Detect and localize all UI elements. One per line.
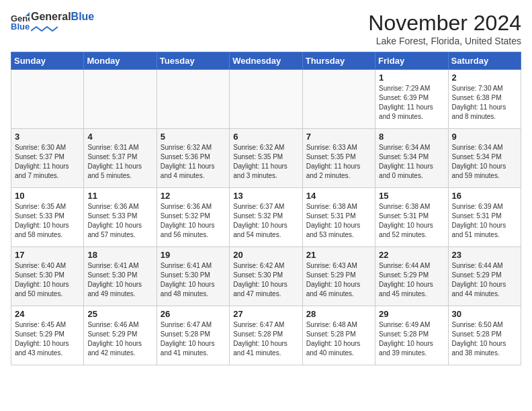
day-info: Sunrise: 6:41 AMSunset: 5:30 PMDaylight:… (161, 261, 226, 299)
calendar-cell: 1Sunrise: 7:29 AMSunset: 6:39 PMDaylight… (375, 70, 448, 129)
day-number: 5 (161, 132, 226, 142)
column-header-friday: Friday (375, 52, 448, 70)
day-number: 26 (161, 309, 226, 319)
day-info: Sunrise: 6:35 AMSunset: 5:33 PMDaylight:… (15, 202, 80, 240)
day-info: Sunrise: 6:48 AMSunset: 5:28 PMDaylight:… (306, 320, 371, 358)
calendar-cell: 21Sunrise: 6:43 AMSunset: 5:29 PMDayligh… (302, 247, 375, 306)
calendar-cell: 3Sunrise: 6:30 AMSunset: 5:37 PMDaylight… (11, 129, 84, 188)
calendar-cell: 12Sunrise: 6:36 AMSunset: 5:32 PMDayligh… (157, 188, 229, 247)
day-number: 14 (306, 191, 371, 201)
day-number: 13 (233, 191, 298, 201)
column-header-tuesday: Tuesday (157, 52, 229, 70)
calendar-cell: 8Sunrise: 6:34 AMSunset: 5:34 PMDaylight… (375, 129, 448, 188)
logo-wave-icon (31, 26, 58, 32)
day-number: 30 (452, 309, 517, 319)
day-info: Sunrise: 6:45 AMSunset: 5:29 PMDaylight:… (15, 320, 80, 358)
day-number: 25 (87, 309, 152, 319)
day-info: Sunrise: 6:44 AMSunset: 5:29 PMDaylight:… (452, 261, 517, 299)
day-number: 20 (233, 250, 298, 260)
day-number: 3 (15, 132, 80, 142)
calendar-cell: 19Sunrise: 6:41 AMSunset: 5:30 PMDayligh… (157, 247, 229, 306)
calendar-cell: 30Sunrise: 6:50 AMSunset: 5:28 PMDayligh… (448, 306, 521, 365)
day-info: Sunrise: 6:39 AMSunset: 5:31 PMDaylight:… (452, 202, 517, 240)
day-info: Sunrise: 7:29 AMSunset: 6:39 PMDaylight:… (379, 84, 444, 122)
day-number: 27 (233, 309, 298, 319)
title-block: November 2024 Lake Forest, Florida, Unit… (368, 11, 521, 46)
day-number: 6 (233, 132, 298, 142)
day-number: 28 (306, 309, 371, 319)
calendar-cell: 23Sunrise: 6:44 AMSunset: 5:29 PMDayligh… (448, 247, 521, 306)
day-info: Sunrise: 6:38 AMSunset: 5:31 PMDaylight:… (306, 202, 371, 240)
day-info: Sunrise: 6:47 AMSunset: 5:28 PMDaylight:… (233, 320, 298, 358)
day-number: 2 (452, 73, 517, 83)
day-info: Sunrise: 6:46 AMSunset: 5:29 PMDaylight:… (87, 320, 152, 358)
day-info: Sunrise: 6:49 AMSunset: 5:28 PMDaylight:… (379, 320, 444, 358)
day-info: Sunrise: 6:50 AMSunset: 5:28 PMDaylight:… (452, 320, 517, 358)
calendar-cell: 6Sunrise: 6:32 AMSunset: 5:35 PMDaylight… (230, 129, 302, 188)
svg-text:Blue: Blue (11, 21, 30, 31)
logo: General Blue GeneralBlue (11, 11, 94, 35)
calendar-cell (157, 70, 229, 129)
column-header-thursday: Thursday (302, 52, 375, 70)
calendar-cell: 25Sunrise: 6:46 AMSunset: 5:29 PMDayligh… (84, 306, 157, 365)
day-number: 1 (379, 73, 444, 83)
calendar-cell: 27Sunrise: 6:47 AMSunset: 5:28 PMDayligh… (230, 306, 302, 365)
day-number: 8 (379, 132, 444, 142)
day-info: Sunrise: 7:30 AMSunset: 6:38 PMDaylight:… (452, 84, 517, 122)
page-header: General Blue GeneralBlue November 2024 L… (11, 11, 521, 46)
day-number: 22 (379, 250, 444, 260)
calendar-header-row: SundayMondayTuesdayWednesdayThursdayFrid… (11, 52, 521, 70)
day-number: 9 (452, 132, 517, 142)
day-info: Sunrise: 6:32 AMSunset: 5:35 PMDaylight:… (233, 143, 298, 181)
column-header-sunday: Sunday (11, 52, 84, 70)
calendar-cell (11, 70, 84, 129)
day-number: 17 (15, 250, 80, 260)
calendar-cell: 24Sunrise: 6:45 AMSunset: 5:29 PMDayligh… (11, 306, 84, 365)
calendar-cell: 7Sunrise: 6:33 AMSunset: 5:35 PMDaylight… (302, 129, 375, 188)
day-info: Sunrise: 6:31 AMSunset: 5:37 PMDaylight:… (87, 143, 152, 181)
logo-general-text: General (31, 11, 71, 22)
column-header-wednesday: Wednesday (230, 52, 302, 70)
day-number: 4 (87, 132, 152, 142)
location-subtitle: Lake Forest, Florida, United States (368, 36, 521, 46)
calendar-cell: 13Sunrise: 6:37 AMSunset: 5:32 PMDayligh… (230, 188, 302, 247)
day-number: 12 (161, 191, 226, 201)
column-header-saturday: Saturday (448, 52, 521, 70)
day-info: Sunrise: 6:30 AMSunset: 5:37 PMDaylight:… (15, 143, 80, 181)
calendar-cell (302, 70, 375, 129)
day-info: Sunrise: 6:38 AMSunset: 5:31 PMDaylight:… (379, 202, 444, 240)
calendar-cell: 28Sunrise: 6:48 AMSunset: 5:28 PMDayligh… (302, 306, 375, 365)
calendar-week-row: 3Sunrise: 6:30 AMSunset: 5:37 PMDaylight… (11, 129, 521, 188)
calendar-cell: 5Sunrise: 6:32 AMSunset: 5:36 PMDaylight… (157, 129, 229, 188)
calendar-cell (84, 70, 157, 129)
day-info: Sunrise: 6:42 AMSunset: 5:30 PMDaylight:… (233, 261, 298, 299)
calendar-table: SundayMondayTuesdayWednesdayThursdayFrid… (11, 52, 521, 365)
calendar-cell: 9Sunrise: 6:34 AMSunset: 5:34 PMDaylight… (448, 129, 521, 188)
day-info: Sunrise: 6:33 AMSunset: 5:35 PMDaylight:… (306, 143, 371, 181)
day-info: Sunrise: 6:36 AMSunset: 5:32 PMDaylight:… (161, 202, 226, 240)
day-number: 11 (87, 191, 152, 201)
day-number: 18 (87, 250, 152, 260)
day-number: 24 (15, 309, 80, 319)
calendar-cell: 14Sunrise: 6:38 AMSunset: 5:31 PMDayligh… (302, 188, 375, 247)
calendar-cell: 10Sunrise: 6:35 AMSunset: 5:33 PMDayligh… (11, 188, 84, 247)
logo-icon: General Blue (11, 12, 30, 31)
day-number: 21 (306, 250, 371, 260)
day-info: Sunrise: 6:32 AMSunset: 5:36 PMDaylight:… (161, 143, 226, 181)
day-info: Sunrise: 6:36 AMSunset: 5:33 PMDaylight:… (87, 202, 152, 240)
day-info: Sunrise: 6:40 AMSunset: 5:30 PMDaylight:… (15, 261, 80, 299)
day-info: Sunrise: 6:44 AMSunset: 5:29 PMDaylight:… (379, 261, 444, 299)
calendar-week-row: 1Sunrise: 7:29 AMSunset: 6:39 PMDaylight… (11, 70, 521, 129)
calendar-cell: 20Sunrise: 6:42 AMSunset: 5:30 PMDayligh… (230, 247, 302, 306)
day-number: 19 (161, 250, 226, 260)
calendar-cell: 4Sunrise: 6:31 AMSunset: 5:37 PMDaylight… (84, 129, 157, 188)
day-number: 7 (306, 132, 371, 142)
calendar-cell: 26Sunrise: 6:47 AMSunset: 5:28 PMDayligh… (157, 306, 229, 365)
calendar-cell: 17Sunrise: 6:40 AMSunset: 5:30 PMDayligh… (11, 247, 84, 306)
calendar-week-row: 17Sunrise: 6:40 AMSunset: 5:30 PMDayligh… (11, 247, 521, 306)
day-number: 16 (452, 191, 517, 201)
day-info: Sunrise: 6:34 AMSunset: 5:34 PMDaylight:… (452, 143, 517, 181)
month-title: November 2024 (368, 11, 521, 36)
day-number: 23 (452, 250, 517, 260)
calendar-cell: 2Sunrise: 7:30 AMSunset: 6:38 PMDaylight… (448, 70, 521, 129)
